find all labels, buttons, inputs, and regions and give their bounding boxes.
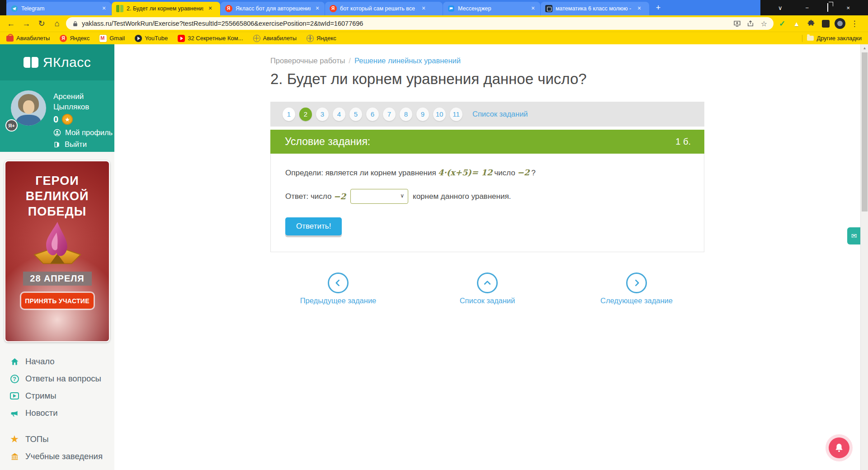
bookmark-yandex[interactable]: Яндекс [60, 35, 90, 42]
tab-math-class[interactable]: математика 6 класс молюю - Ш × [541, 2, 649, 15]
breadcrumb-parent[interactable]: Проверочные работы [270, 56, 345, 65]
ad-date: 28 АПРЕЛЯ [23, 272, 92, 286]
points-badge: 1 б. [675, 136, 691, 147]
notification-bell-button[interactable] [829, 437, 849, 458]
breadcrumb-current[interactable]: Решение линейных уравнений [354, 56, 461, 65]
ad-banner[interactable]: ГЕРОИ ВЕЛИКОЙ ПОБЕДЫ 28 АПРЕЛЯ ПРИНЯТЬ У… [5, 160, 110, 342]
tab-title: бот который сам решить все за [340, 5, 417, 12]
feedback-envelope-button[interactable]: ✉ [847, 227, 861, 244]
extension-triangle-icon[interactable]: ▲ [791, 18, 802, 29]
url-text[interactable]: yaklass.ru/TestWorkRun/Exercise?testResu… [82, 20, 728, 27]
tab-title: Telegram [21, 5, 97, 12]
yaklass-logo[interactable]: ЯКласс [0, 44, 114, 80]
tab-title: Мессенджер [458, 5, 526, 12]
bookmark-yandex-2[interactable]: Яндекс [307, 35, 336, 42]
profile-avatar[interactable] [834, 18, 846, 29]
answer-submit-button[interactable]: Ответить! [285, 217, 342, 235]
avatar-icon [835, 18, 845, 29]
tab-messenger[interactable]: Мессенджер × [443, 2, 540, 15]
close-icon[interactable]: × [529, 5, 537, 12]
chevron-up-icon[interactable] [477, 273, 498, 293]
condition-title: Условие задания: [285, 136, 370, 148]
minimize-button[interactable]: − [800, 5, 814, 11]
prev-task-button[interactable]: Предыдущее задание [270, 273, 406, 305]
extension-square-icon[interactable] [820, 18, 831, 29]
exercise-3-button[interactable]: 3 [316, 108, 329, 121]
bookmark-aviabilety-2[interactable]: Авиабилеты [253, 35, 297, 42]
answer-select[interactable] [350, 189, 408, 204]
new-tab-button[interactable]: + [652, 1, 665, 14]
my-profile-link[interactable]: Мой профиль [53, 128, 113, 137]
window-corner [0, 0, 6, 15]
tab-bot-solver[interactable]: бот который сам решить все за × [325, 2, 443, 15]
tab-yaklass-bot[interactable]: Якласс бот для авторешения — × [221, 2, 325, 15]
bookmark-secret-channel[interactable]: 32 Секретные Ком... [178, 35, 243, 42]
exercise-11-button[interactable]: 11 [450, 108, 462, 121]
logout-link[interactable]: Выйти [53, 140, 87, 149]
globe-icon [253, 35, 260, 42]
exercise-4-button[interactable]: 4 [333, 108, 345, 121]
extension-check-icon[interactable]: ✓ [776, 18, 788, 29]
breadcrumb-separator: / [349, 56, 351, 65]
equation-formula: 4·(x+5)= 12 [436, 168, 495, 177]
share-icon[interactable] [745, 20, 755, 27]
sidebar-item-streams[interactable]: Стримы [0, 387, 114, 404]
scrollbar-thumb[interactable] [862, 52, 868, 212]
sidebar-item-schools[interactable]: Учебные заведения [0, 448, 114, 465]
extensions-puzzle-icon[interactable] [805, 18, 817, 29]
exercise-10-button[interactable]: 10 [433, 108, 446, 121]
page-scrollbar[interactable]: ▲ [860, 44, 868, 470]
yaklass-plus-badge[interactable]: Я+ [5, 119, 18, 132]
task-list-link[interactable]: Список заданий [472, 110, 528, 118]
exercise-5-button[interactable]: 5 [349, 108, 362, 121]
next-task-button[interactable]: Следующее задание [569, 273, 704, 305]
exercise-6-button[interactable]: 6 [366, 108, 379, 121]
close-icon[interactable]: × [207, 5, 214, 12]
close-icon[interactable]: × [420, 5, 427, 12]
browser-toolbar: ← → ↻ ⌂ yaklass.ru/TestWorkRun/Exercise?… [0, 15, 868, 32]
close-icon[interactable]: × [100, 5, 108, 12]
exercise-9-button[interactable]: 9 [416, 108, 429, 121]
star-icon: ★ [9, 434, 19, 444]
forward-button[interactable]: → [20, 17, 33, 30]
tab-telegram[interactable]: Telegram × [6, 2, 111, 15]
sidebar-item-tops[interactable]: ★ ТОПы [0, 431, 114, 448]
browser-menu-icon[interactable]: ⋮ [849, 18, 860, 29]
user-avatar[interactable] [11, 90, 46, 126]
bookmark-star-icon[interactable]: ☆ [759, 19, 769, 28]
tab-title: математика 6 класс молюю - Ш [556, 5, 632, 12]
scroll-up-arrow[interactable]: ▲ [861, 44, 868, 52]
bookmark-gmail[interactable]: Gmail [99, 35, 125, 42]
close-window-button[interactable]: × [841, 5, 855, 11]
task-list-button[interactable]: Список заданий [420, 273, 555, 305]
address-bar[interactable]: yaklass.ru/TestWorkRun/Exercise?testResu… [66, 17, 774, 30]
task-card: Определи: является ли корнем уравнения4·… [270, 154, 704, 252]
sidebar-item-answers[interactable]: ? Ответы на вопросы [0, 370, 114, 387]
yandex-icon [330, 5, 337, 12]
task-condition-header: Условие задания: 1 б. [270, 130, 704, 154]
bookmark-youtube[interactable]: YouTube [135, 35, 168, 42]
reload-button[interactable]: ↻ [35, 17, 48, 30]
other-bookmarks-button[interactable]: Другие закладки [807, 35, 862, 42]
exercise-2-button[interactable]: 2 [299, 108, 312, 121]
bookmark-aviabilety[interactable]: Авиабилеты [6, 35, 50, 42]
exercise-8-button[interactable]: 8 [400, 108, 412, 121]
sidebar-item-home[interactable]: Начало [0, 353, 114, 370]
close-icon[interactable]: × [636, 5, 643, 12]
exercise-1-button[interactable]: 1 [283, 108, 295, 121]
install-icon[interactable] [732, 20, 742, 28]
ad-cta-button[interactable]: ПРИНЯТЬ УЧАСТИЕ [21, 293, 94, 309]
close-icon[interactable]: × [314, 5, 321, 12]
restore-button[interactable] [827, 4, 828, 12]
exercise-7-button[interactable]: 7 [383, 108, 396, 121]
number-formula: −2 [515, 168, 532, 177]
back-button[interactable]: ← [5, 17, 17, 30]
restore-icon [827, 3, 828, 12]
chevron-left-icon[interactable] [328, 273, 349, 293]
bag-icon [6, 36, 14, 42]
sidebar-item-news[interactable]: Новости [0, 404, 114, 422]
chevron-down-icon[interactable]: ∨ [774, 5, 787, 11]
home-button[interactable]: ⌂ [51, 17, 63, 30]
tab-yaklass-active[interactable]: 2. Будет ли корнем уравнения д × [112, 2, 220, 15]
chevron-right-icon[interactable] [626, 273, 647, 293]
